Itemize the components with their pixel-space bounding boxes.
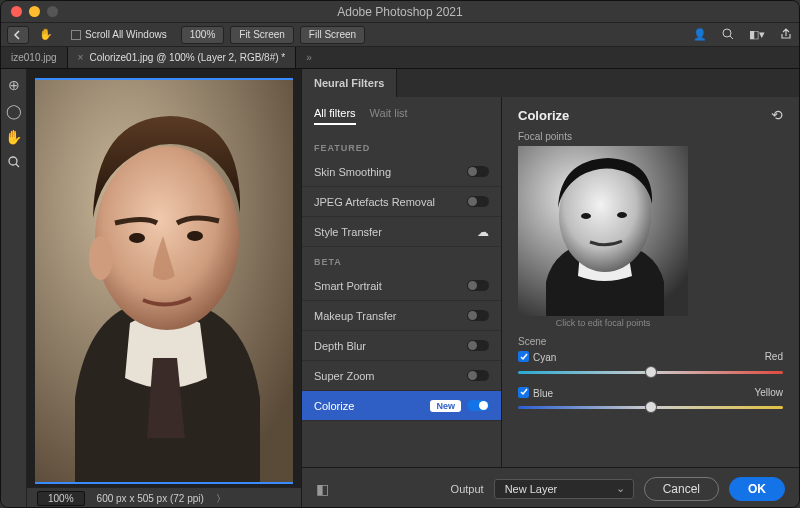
props-title: Colorize [518,108,569,123]
filter-colorize[interactable]: ColorizeNew [302,391,501,421]
slider1-thumb[interactable] [645,366,657,378]
doc-tab-0-label: ize010.jpg [11,52,57,63]
toggle-colorize[interactable] [467,400,489,411]
status-dims: 600 px x 505 px (72 ppi) [97,493,204,504]
toggle-jpeg[interactable] [467,196,489,207]
scroll-all-checkbox[interactable]: Scroll All Windows [63,26,175,44]
status-zoom[interactable]: 100% [37,491,85,506]
filter-jpeg-artefacts[interactable]: JPEG Artefacts Removal [302,187,501,217]
filter-makeup-label: Makeup Transfer [314,310,397,322]
ok-button[interactable]: OK [729,477,785,501]
hand-tool-icon[interactable]: ✋ [5,129,22,145]
close-tab-icon[interactable]: × [78,52,84,63]
svg-point-10 [617,212,627,218]
doc-tab-1-label: Colorize01.jpg @ 100% (Layer 2, RGB/8#) … [89,52,285,63]
canvas[interactable] [35,78,293,484]
filter-depth-blur[interactable]: Depth Blur [302,331,501,361]
slider2-left-label: Blue [533,387,553,398]
titlebar: Adobe Photoshop 2021 [1,1,799,23]
filter-zoom-label: Super Zoom [314,370,375,382]
options-bar: ✋ Scroll All Windows 100% Fit Screen Fil… [1,23,799,47]
section-featured: FEATURED [302,133,501,157]
fill-screen-button[interactable]: Fill Screen [300,26,365,44]
hand-tool-icon[interactable]: ✋ [35,26,57,44]
checkbox-cyan-red[interactable] [518,351,529,362]
filter-super-zoom[interactable]: Super Zoom [302,361,501,391]
svg-point-5 [187,231,203,241]
zoom-level-button[interactable]: 100% [181,26,225,44]
toggle-makeup[interactable] [467,310,489,321]
focal-caption: Click to edit focal points [518,318,688,328]
preview-icon[interactable]: ◧ [316,481,329,497]
doc-tab-0[interactable]: ize010.jpg [1,47,68,68]
svg-point-1 [9,157,17,165]
section-beta: BETA [302,247,501,271]
panel-tab-neural[interactable]: Neural Filters [302,69,397,97]
filter-skin-label: Skin Smoothing [314,166,391,178]
slider1-track[interactable] [518,365,783,379]
filter-properties-column: Colorize ⟲ Focal points [502,97,799,467]
status-bar: 100% 600 px x 505 px (72 ppi) 〉 [27,487,301,508]
search-icon[interactable] [721,27,735,43]
toggle-smart[interactable] [467,280,489,291]
slider1-left-label: Cyan [533,352,556,363]
checkbox-blue-yellow[interactable] [518,387,529,398]
slider2-thumb[interactable] [645,401,657,413]
workspace-icon[interactable]: ◧▾ [749,28,765,41]
slider1-right-label: Red [765,351,783,363]
filter-makeup-transfer[interactable]: Makeup Transfer [302,301,501,331]
filter-depth-label: Depth Blur [314,340,366,352]
slider2-track[interactable] [518,400,783,414]
zoom-tool-icon[interactable] [7,155,21,172]
filter-smart-portrait[interactable]: Smart Portrait [302,271,501,301]
canvas-image [35,78,293,484]
filter-jpeg-label: JPEG Artefacts Removal [314,196,435,208]
output-select-value: New Layer [505,483,558,495]
slider-blue-yellow: Blue Yellow [518,387,783,415]
reset-icon[interactable]: ⟲ [771,107,783,123]
app-title: Adobe Photoshop 2021 [1,5,799,19]
toggle-skin[interactable] [467,166,489,177]
filter-smart-label: Smart Portrait [314,280,382,292]
filter-style-label: Style Transfer [314,226,382,238]
output-label: Output [451,483,484,495]
svg-point-6 [89,236,113,280]
focal-preview[interactable] [518,146,688,316]
target-tool-icon[interactable]: ⊕ [8,77,20,93]
document-tabs: ize010.jpg ×Colorize01.jpg @ 100% (Layer… [1,47,799,69]
panel-footer: ◧ Output New Layer Cancel OK [302,467,799,508]
filter-skin-smoothing[interactable]: Skin Smoothing [302,157,501,187]
focal-points-label: Focal points [518,131,783,142]
download-icon[interactable]: ☁ [477,225,489,239]
new-badge: New [430,400,461,412]
subtab-wait-list[interactable]: Wait list [370,107,408,125]
fit-screen-button[interactable]: Fit Screen [230,26,294,44]
scroll-all-label: Scroll All Windows [85,29,167,40]
scene-label: Scene [518,336,783,347]
toggle-depth[interactable] [467,340,489,351]
filter-style-transfer[interactable]: Style Transfer☁ [302,217,501,247]
doc-tab-1[interactable]: ×Colorize01.jpg @ 100% (Layer 2, RGB/8#)… [68,47,297,68]
filter-colorize-label: Colorize [314,400,354,412]
svg-point-4 [129,233,145,243]
cancel-button[interactable]: Cancel [644,477,719,501]
svg-point-3 [95,146,239,330]
svg-point-9 [581,213,591,219]
slider2-right-label: Yellow [754,387,783,399]
slider-cyan-red: Cyan Red [518,351,783,379]
tab-overflow-icon[interactable]: » [296,47,322,68]
left-tool-strip: ⊕ ◯ ✋ [1,69,27,508]
back-button[interactable] [7,26,29,44]
subtab-all-filters[interactable]: All filters [314,107,356,125]
account-icon[interactable]: 👤 [693,28,707,41]
neural-filters-panel: Neural Filters All filters Wait list FEA… [301,69,799,508]
filters-list-column: All filters Wait list FEATURED Skin Smoo… [302,97,502,467]
output-select[interactable]: New Layer [494,479,634,499]
status-chevron-icon[interactable]: 〉 [216,492,226,506]
circle-tool-icon[interactable]: ◯ [6,103,22,119]
svg-point-0 [723,29,731,37]
share-icon[interactable] [779,27,793,43]
canvas-area: 100% 600 px x 505 px (72 ppi) 〉 [27,69,301,508]
toggle-zoom[interactable] [467,370,489,381]
